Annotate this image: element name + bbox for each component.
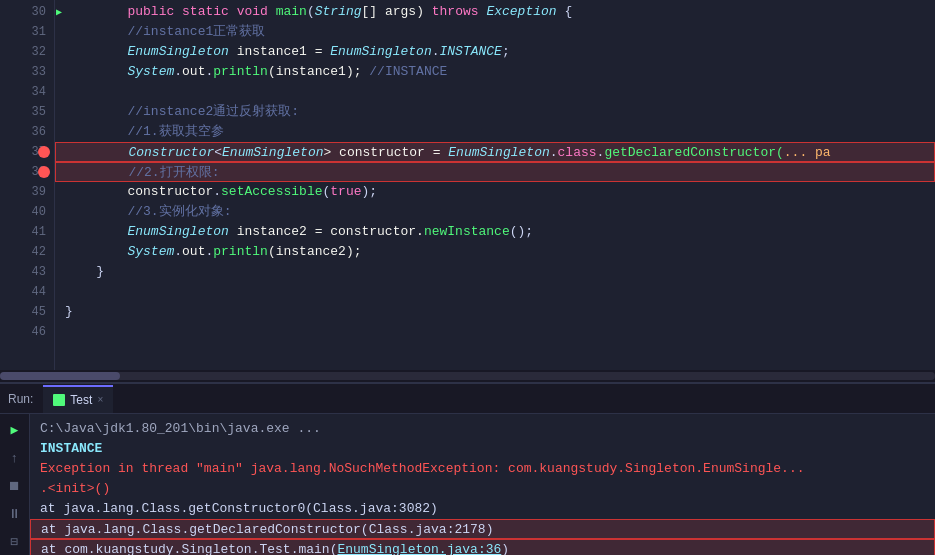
run-label: Run: — [8, 392, 33, 406]
output-line: INSTANCE — [40, 439, 925, 459]
rerun-button[interactable]: ↑ — [4, 447, 26, 469]
line-number-40: 40 — [0, 202, 46, 222]
code-line-43: } — [65, 262, 925, 282]
code-line-42: System.out.println(instance2); — [65, 242, 925, 262]
code-line-39: constructor.setAccessible(true); — [65, 182, 925, 202]
line-number-33: 33 — [0, 62, 46, 82]
run-tab-close[interactable]: × — [97, 394, 103, 405]
line-number-30: 30 — [0, 2, 46, 22]
code-line-36: //1.获取其空参 — [65, 122, 925, 142]
line-number-32: 32 — [0, 42, 46, 62]
stack-trace-link[interactable]: EnumSingleton.java:36 — [337, 542, 501, 555]
output-line: .<init>() — [40, 479, 925, 499]
output-line: at java.lang.Class.getConstructor0(Class… — [40, 499, 925, 519]
code-editor: 3031323334353637383940414243444546 publi… — [0, 0, 935, 370]
output-line: at com.kuangstudy.Singleton.Test.main(En… — [30, 539, 935, 555]
line-number-46: 46 — [0, 322, 46, 342]
code-line-34 — [65, 82, 925, 102]
run-panel: Run: Test × ▶ ↑ ⏹ ⏸ ⊟ ⚙ C:\Java\jdk1.80_… — [0, 382, 935, 555]
code-line-46 — [65, 322, 925, 342]
output-line: Exception in thread "main" java.lang.NoS… — [40, 459, 925, 479]
code-line-45: } — [65, 302, 925, 322]
run-body: ▶ ↑ ⏹ ⏸ ⊟ ⚙ C:\Java\jdk1.80_201\bin\java… — [0, 414, 935, 555]
run-toolbar: ▶ ↑ ⏹ ⏸ ⊟ ⚙ — [0, 414, 30, 555]
code-line-32: EnumSingleton instance1 = EnumSingleton.… — [65, 42, 925, 62]
code-line-38: //2.打开权限: — [55, 162, 935, 182]
line-number-38: 38 — [0, 162, 46, 182]
line-number-43: 43 — [0, 262, 46, 282]
code-line-37: Constructor<EnumSingleton> constructor =… — [55, 142, 935, 162]
run-output: C:\Java\jdk1.80_201\bin\java.exe ...INST… — [30, 414, 935, 555]
line-numbers: 3031323334353637383940414243444546 — [0, 0, 55, 370]
code-line-44 — [65, 282, 925, 302]
line-number-44: 44 — [0, 282, 46, 302]
output-line: at java.lang.Class.getDeclaredConstructo… — [30, 519, 935, 539]
code-line-33: System.out.println(instance1); //INSTANC… — [65, 62, 925, 82]
line-number-35: 35 — [0, 102, 46, 122]
pause-button[interactable]: ⏸ — [4, 503, 26, 525]
layout-button[interactable]: ⊟ — [4, 531, 26, 553]
line-number-36: 36 — [0, 122, 46, 142]
line-number-34: 34 — [0, 82, 46, 102]
code-line-40: //3.实例化对象: — [65, 202, 925, 222]
line-number-45: 45 — [0, 302, 46, 322]
code-line-31: //instance1正常获取 — [65, 22, 925, 42]
line-number-31: 31 — [0, 22, 46, 42]
run-tab-icon — [53, 394, 65, 406]
code-line-30: public static void main(String[] args) t… — [65, 2, 925, 22]
code-line-35: //instance2通过反射获取: — [65, 102, 925, 122]
run-tab-name: Test — [70, 393, 92, 407]
run-button[interactable]: ▶ — [4, 419, 26, 441]
line-number-41: 41 — [0, 222, 46, 242]
run-tabs-bar: Run: Test × — [0, 384, 935, 414]
editor-scrollbar[interactable] — [0, 370, 935, 382]
stop-button[interactable]: ⏹ — [4, 475, 26, 497]
line-number-39: 39 — [0, 182, 46, 202]
code-line-41: EnumSingleton instance2 = constructor.ne… — [65, 222, 925, 242]
output-line: C:\Java\jdk1.80_201\bin\java.exe ... — [40, 419, 925, 439]
line-number-42: 42 — [0, 242, 46, 262]
code-content: public static void main(String[] args) t… — [55, 0, 935, 370]
line-number-37: 37 — [0, 142, 46, 162]
run-tab[interactable]: Test × — [43, 385, 113, 413]
